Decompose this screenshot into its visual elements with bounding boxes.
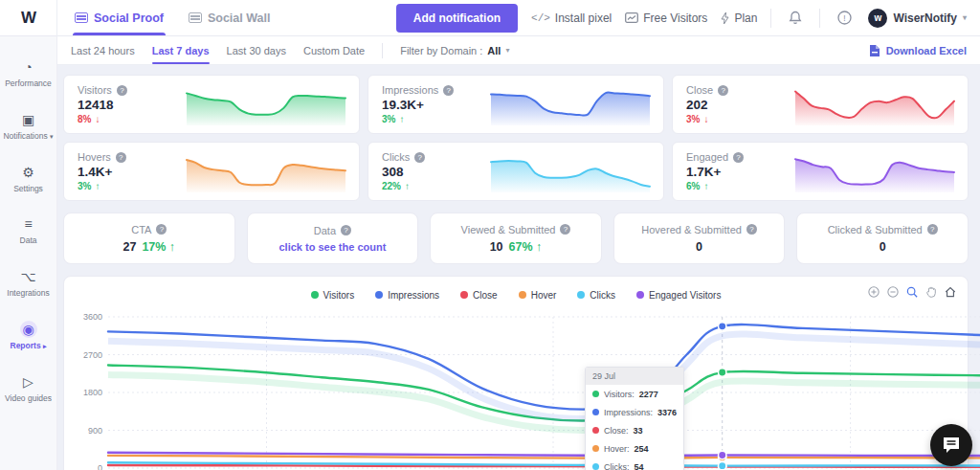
- legend-item-engaged-visitors[interactable]: Engaged Visitors: [636, 290, 721, 301]
- grid-icon: [189, 12, 202, 23]
- stat-card-viewed-submitted: Viewed & Submitted?1067% ↑: [430, 213, 602, 264]
- caret-icon: ▾: [50, 133, 54, 140]
- metric-value: 202: [686, 98, 728, 112]
- add-notification-button[interactable]: Add notification: [396, 4, 518, 33]
- logo-letter: W: [21, 9, 35, 28]
- settings-icon: ⚙: [20, 164, 37, 181]
- plan-link[interactable]: Plan: [721, 11, 757, 25]
- legend-item-visitors[interactable]: Visitors: [311, 290, 355, 301]
- arrow-up-icon: ↑: [95, 181, 100, 191]
- free-visitors-icon: [625, 12, 638, 23]
- stat-value: 0: [696, 240, 702, 254]
- metric-change: 8%↓: [78, 114, 127, 124]
- legend-item-clicks[interactable]: Clicks: [577, 290, 615, 301]
- sidebar-item-integrations[interactable]: ⌥Integrations: [2, 259, 56, 308]
- bolt-icon: [721, 12, 729, 24]
- install-pixel-link[interactable]: </> Install pixel: [531, 11, 612, 25]
- legend-item-close[interactable]: Close: [460, 290, 498, 301]
- help-icon[interactable]: ?: [117, 85, 127, 96]
- legend-item-impressions[interactable]: Impressions: [375, 290, 439, 301]
- metric-info: Clicks? 308 22%↑: [382, 151, 425, 191]
- help-icon[interactable]: ?: [718, 85, 728, 96]
- tooltip-row: Impressions:3376: [586, 403, 683, 421]
- help-icon[interactable]: ?: [746, 224, 757, 235]
- sidebar-item-label: Notifications ▾: [3, 132, 53, 142]
- line-chart[interactable]: 0900180027003600: [74, 307, 980, 470]
- legend-dot: [311, 291, 319, 299]
- zoom-out-icon[interactable]: [886, 285, 899, 298]
- stat-value: 0: [880, 240, 886, 254]
- sidebar-item-label: Data: [20, 236, 37, 246]
- sparkline-chart: [489, 82, 652, 126]
- stat-value: 10: [490, 240, 503, 254]
- help-icon[interactable]: ?: [414, 152, 425, 163]
- main-tabs: Social ProofSocial Wall: [75, 0, 270, 35]
- stat-title: Data?: [314, 225, 351, 236]
- sidebar-item-reports[interactable]: ◉Reports ▸: [2, 312, 56, 361]
- free-visitors-link[interactable]: Free Visitors: [625, 11, 707, 25]
- date-range-tabs: Last 24 hoursLast 7 daysLast 30 daysCust…: [71, 36, 365, 64]
- integrations-icon: ⌥: [20, 268, 37, 285]
- performance-icon: ◔: [20, 58, 37, 76]
- metric-change: 6%↑: [686, 181, 744, 191]
- pan-icon[interactable]: [924, 285, 937, 298]
- account-menu[interactable]: w WiserNotify ▾: [868, 9, 967, 28]
- download-excel-button[interactable]: Download Excel: [869, 44, 967, 57]
- range-custom-date[interactable]: Custom Date: [303, 36, 365, 64]
- help-icon[interactable]: ?: [443, 85, 454, 96]
- help-icon[interactable]: ?: [341, 225, 351, 235]
- legend-item-hover[interactable]: Hover: [519, 290, 557, 301]
- grid-icon: [75, 12, 88, 23]
- sidebar-item-video-guides[interactable]: ▷Video guides: [2, 365, 56, 414]
- sidebar-item-notifications[interactable]: ▣Notifications ▾: [2, 102, 56, 151]
- chart-modebar: [867, 285, 956, 298]
- tooltip-row: Hover:254: [586, 439, 683, 458]
- range-last-7-days[interactable]: Last 7 days: [152, 36, 210, 64]
- topbar-actions: Add notification </> Install pixel Free …: [396, 4, 980, 33]
- sidebar-item-settings[interactable]: ⚙Settings: [2, 155, 56, 204]
- sidebar-item-label: Reports ▸: [11, 342, 47, 351]
- domain-filter[interactable]: Filter by Domain : All ▾: [400, 45, 509, 56]
- chat-widget-button[interactable]: [930, 424, 972, 466]
- help-icon[interactable]: ?: [733, 152, 744, 163]
- help-icon[interactable]: ?: [156, 224, 167, 235]
- sidebar-item-data[interactable]: ≡Data: [2, 207, 56, 256]
- stat-change: 67% ↑: [509, 240, 543, 254]
- bell-icon[interactable]: [785, 8, 806, 29]
- sidebar-item-label: Video guides: [5, 394, 52, 404]
- help-icon[interactable]: ?: [927, 224, 938, 235]
- stat-link[interactable]: click to see the count: [278, 241, 386, 253]
- svg-text:3600: 3600: [83, 312, 102, 322]
- range-last-24-hours[interactable]: Last 24 hours: [71, 36, 135, 64]
- tab-social-wall[interactable]: Social Wall: [189, 0, 271, 35]
- metric-card-impressions: Impressions? 19.3K+ 3%↑: [368, 75, 664, 134]
- code-icon: </>: [531, 12, 550, 24]
- range-last-30-days[interactable]: Last 30 days: [227, 36, 286, 64]
- stat-cards: CTA?2717% ↑Data?click to see the countVi…: [63, 213, 969, 264]
- stat-title: Clicked & Submitted?: [828, 224, 938, 235]
- zoom-select-icon[interactable]: [905, 285, 918, 298]
- stat-card-data: Data?click to see the count: [247, 213, 419, 264]
- app-logo[interactable]: W: [0, 0, 57, 36]
- timeseries-chart-card: VisitorsImpressionsCloseHoverClicksEngag…: [63, 276, 969, 470]
- metric-card-hovers: Hovers? 1.4K+ 3%↑: [63, 142, 360, 201]
- help-icon[interactable]: ?: [116, 152, 126, 163]
- zoom-in-icon[interactable]: [867, 285, 880, 298]
- tab-social-proof[interactable]: Social Proof: [75, 0, 164, 35]
- plan-label: Plan: [734, 11, 757, 25]
- svg-text:2700: 2700: [83, 350, 102, 360]
- metric-info: Impressions? 19.3K+ 3%↑: [382, 84, 454, 124]
- stat-card-cta: CTA?2717% ↑: [63, 213, 235, 264]
- metric-info: Visitors? 12418 8%↓: [78, 84, 127, 124]
- metric-title: Hovers?: [78, 151, 126, 163]
- data-icon: ≡: [20, 215, 37, 233]
- stat-title: Viewed & Submitted?: [461, 224, 571, 235]
- svg-text:900: 900: [88, 426, 102, 436]
- chart-plot-area[interactable]: 0900180027003600 29 Jul Visitors:2277Imp…: [74, 307, 958, 470]
- metric-value: 12418: [78, 98, 127, 112]
- help-icon[interactable]: !: [834, 8, 855, 29]
- help-icon[interactable]: ?: [560, 224, 570, 235]
- install-pixel-label: Install pixel: [555, 11, 612, 25]
- sidebar-item-performance[interactable]: ◔Performance: [2, 50, 56, 99]
- home-icon[interactable]: [944, 285, 956, 298]
